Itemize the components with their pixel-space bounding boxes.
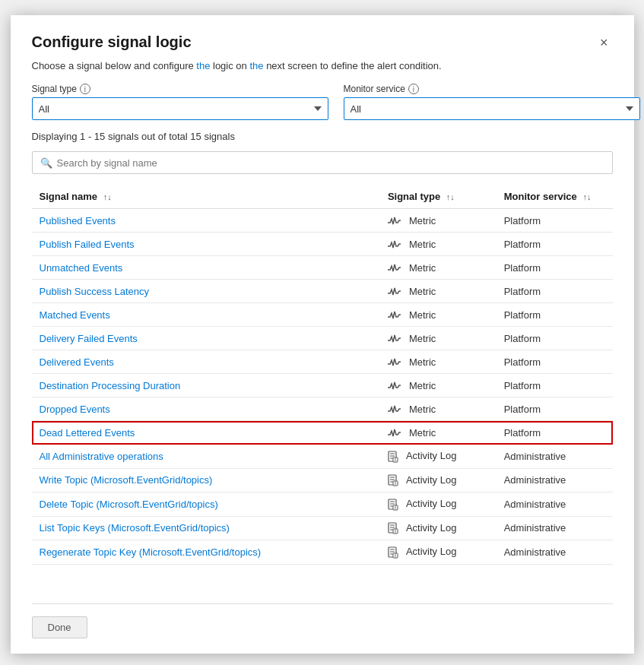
table-row[interactable]: List Topic Keys (Microsoft.EventGrid/top… <box>32 516 613 540</box>
dialog-title: Configure signal logic <box>32 33 192 51</box>
table-row[interactable]: Dead Lettered EventsMetricPlatform <box>32 421 613 445</box>
monitor-service-cell: Platform <box>496 350 613 374</box>
signal-name-link[interactable]: All Administrative operations <box>40 451 163 462</box>
signal-type-text: Activity Log <box>406 450 456 461</box>
metric-icon <box>388 403 404 415</box>
signal-type-text: Metric <box>409 404 436 415</box>
monitor-service-cell: Administrative <box>496 445 613 469</box>
signal-type-text: Metric <box>409 427 436 439</box>
signal-type-cell: Metric <box>380 374 496 397</box>
activity-log-icon <box>388 546 401 557</box>
signal-type-text: Metric <box>409 309 436 321</box>
signal-type-cell: Metric <box>380 350 496 374</box>
signal-type-text: Metric <box>409 380 436 391</box>
signal-name-link[interactable]: Unmatched Events <box>40 262 123 274</box>
signal-type-info-icon[interactable]: i <box>80 84 90 94</box>
signal-type-text: Activity Log <box>406 546 456 557</box>
table-row[interactable]: Publish Success LatencyMetricPlatform <box>32 280 613 303</box>
signal-name-link[interactable]: Dropped Events <box>40 404 110 415</box>
search-input[interactable] <box>57 157 604 169</box>
signal-name-link[interactable]: Destination Processing Duration <box>40 380 181 391</box>
monitor-service-cell: Platform <box>496 303 613 327</box>
signal-type-cell: Activity Log <box>380 468 496 492</box>
activity-log-icon <box>388 498 401 509</box>
signal-name-link[interactable]: Delivered Events <box>40 356 114 368</box>
metric-icon <box>388 261 404 274</box>
table-row[interactable]: Dropped EventsMetricPlatform <box>32 397 613 421</box>
svg-rect-18 <box>393 505 398 510</box>
configure-signal-dialog: Configure signal logic × Choose a signal… <box>11 15 634 654</box>
monitor-service-group: Monitor service i All Platform Administr… <box>344 84 640 120</box>
search-icon: 🔍 <box>40 157 52 169</box>
signal-name-link[interactable]: Delivery Failed Events <box>40 333 138 344</box>
signal-name-link[interactable]: Published Events <box>40 215 116 226</box>
table-header-row: Signal name ↑↓ Signal type ↑↓ Monitor se… <box>32 185 613 209</box>
table-row[interactable]: Delivered EventsMetricPlatform <box>32 350 613 374</box>
signal-type-select[interactable]: All Metric Activity Log <box>32 97 328 120</box>
signal-name-link[interactable]: List Topic Keys (Microsoft.EventGrid/top… <box>40 522 230 534</box>
signal-type-text: Metric <box>409 333 436 344</box>
subtitle: Choose a signal below and configure the … <box>32 60 613 71</box>
svg-rect-25 <box>393 529 398 534</box>
signal-name-link[interactable]: Delete Topic (Microsoft.EventGrid/topics… <box>40 499 218 510</box>
metric-icon <box>388 309 404 321</box>
signal-type-cell: Metric <box>380 327 496 350</box>
svg-rect-4 <box>393 458 398 462</box>
signal-type-label: Signal type i <box>32 84 328 94</box>
monitor-service-cell: Administrative <box>496 468 613 492</box>
signal-type-cell: Activity Log <box>380 516 496 540</box>
col-header-signal-name[interactable]: Signal name ↑↓ <box>32 185 380 209</box>
monitor-service-cell: Platform <box>496 233 613 256</box>
signal-type-cell: Metric <box>380 209 496 233</box>
signal-type-cell: Activity Log <box>380 492 496 517</box>
table-body: Published EventsMetricPlatformPublish Fa… <box>32 209 613 565</box>
signal-type-cell: Activity Log <box>380 445 496 469</box>
table-row[interactable]: Write Topic (Microsoft.EventGrid/topics)… <box>32 468 613 492</box>
signal-type-text: Activity Log <box>406 498 456 509</box>
signal-name-link[interactable]: Matched Events <box>40 309 110 321</box>
col-header-monitor-service[interactable]: Monitor service ↑↓ <box>496 185 613 209</box>
monitor-service-cell: Administrative <box>496 492 613 517</box>
signal-name-link[interactable]: Publish Failed Events <box>40 239 135 250</box>
signal-type-text: Metric <box>409 262 436 274</box>
table-row[interactable]: Regenerate Topic Key (Microsoft.EventGri… <box>32 540 613 565</box>
signal-type-cell: Metric <box>380 233 496 256</box>
done-button[interactable]: Done <box>32 616 87 638</box>
table-row[interactable]: Matched EventsMetricPlatform <box>32 303 613 327</box>
monitor-service-label: Monitor service i <box>344 84 640 94</box>
metric-icon <box>388 426 404 439</box>
table-row[interactable]: Unmatched EventsMetricPlatform <box>32 256 613 280</box>
monitor-service-cell: Platform <box>496 209 613 233</box>
signal-name-link[interactable]: Regenerate Topic Key (Microsoft.EventGri… <box>40 546 262 558</box>
table-row[interactable]: Delivery Failed EventsMetricPlatform <box>32 327 613 350</box>
signal-type-cell: Metric <box>380 256 496 280</box>
table-row[interactable]: Publish Failed EventsMetricPlatform <box>32 233 613 256</box>
signal-type-text: Activity Log <box>406 522 456 534</box>
signal-name-link[interactable]: Dead Lettered Events <box>40 427 135 439</box>
table-row[interactable]: Destination Processing DurationMetricPla… <box>32 374 613 397</box>
signal-name-link[interactable]: Publish Success Latency <box>40 286 150 297</box>
signal-type-group: Signal type i All Metric Activity Log <box>32 84 328 120</box>
signal-type-cell: Metric <box>380 303 496 327</box>
monitor-service-info-icon[interactable]: i <box>408 84 419 94</box>
col-header-signal-type[interactable]: Signal type ↑↓ <box>380 185 496 209</box>
signals-table-container: Signal name ↑↓ Signal type ↑↓ Monitor se… <box>32 185 613 588</box>
metric-icon <box>388 332 404 344</box>
signal-name-link[interactable]: Write Topic (Microsoft.EventGrid/topics) <box>40 474 213 486</box>
table-row[interactable]: Delete Topic (Microsoft.EventGrid/topics… <box>32 492 613 517</box>
metric-icon <box>388 356 404 368</box>
signal-type-cell: Metric <box>380 280 496 303</box>
monitor-service-select[interactable]: All Platform Administrative <box>344 97 640 120</box>
close-button[interactable]: × <box>595 34 613 51</box>
table-row[interactable]: Published EventsMetricPlatform <box>32 209 613 233</box>
table-row[interactable]: All Administrative operationsActivity Lo… <box>32 445 613 469</box>
signal-type-cell: Metric <box>380 421 496 445</box>
metric-icon <box>388 379 404 391</box>
monitor-service-cell: Platform <box>496 421 613 445</box>
signal-type-text: Metric <box>409 356 436 368</box>
dialog-header: Configure signal logic × <box>32 33 613 51</box>
monitor-service-cell: Administrative <box>496 540 613 565</box>
activity-log-icon <box>388 474 401 486</box>
display-count: Displaying 1 - 15 signals out of total 1… <box>32 131 613 142</box>
search-box: 🔍 <box>32 151 613 174</box>
